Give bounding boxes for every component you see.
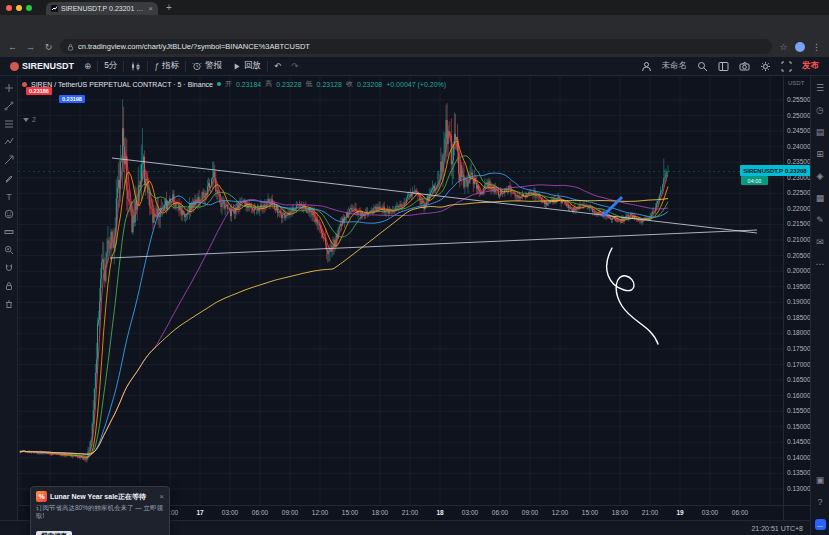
chat-icon[interactable]: ✉ [816,237,824,248]
time-tick: 03:00 [222,509,238,516]
help-icon[interactable]: ? [817,497,822,508]
browser-profile-avatar[interactable] [795,42,805,52]
chart-canvas[interactable] [18,76,783,505]
support-chat-icon[interactable]: … [815,519,826,530]
interval-button[interactable]: 5分 [99,59,122,74]
data-window-icon[interactable]: ⊞ [816,149,824,160]
tool-lock[interactable] [2,280,16,292]
chart-legend[interactable]: SIREN / TetherUS PERPETUAL CONTRACT · 5 … [22,79,446,89]
symbol-name: SIRENUSDT [22,61,74,71]
bookmark-star-icon[interactable]: ☆ [777,40,790,54]
new-tab-button[interactable]: + [166,2,172,13]
browser-tab[interactable]: SIRENUSDT.P 0.23201 ▲ +6… × [46,2,158,15]
tool-remove-drawings[interactable] [2,298,16,310]
tool-projection[interactable] [2,154,16,166]
search-icon [697,61,708,72]
object-tree-icon[interactable]: ▣ [816,475,825,486]
alarm-clock-icon [192,61,202,71]
tool-trend-line[interactable] [2,100,16,112]
order-price-tag[interactable]: 0.23186 [26,87,52,95]
tool-fib-retracement[interactable] [2,118,16,130]
address-bar[interactable]: cn.tradingview.com/chart/yJtBLUe/?symbol… [60,39,772,54]
axis-corner [783,505,810,520]
news-icon[interactable]: ▤ [816,127,825,138]
quick-search-button[interactable] [692,59,713,74]
indicators-button[interactable]: ƒ 指标 [149,59,184,74]
tool-text[interactable]: T [2,190,16,202]
chart-type-button[interactable] [125,59,146,74]
alerts-icon[interactable]: ◷ [816,105,824,116]
price-tick: 0.24500 [787,127,811,135]
calendar-icon[interactable]: ▦ [816,193,825,204]
watchlist-icon[interactable]: ☰ [816,83,824,94]
price-tick: 0.13500 [787,469,811,477]
symbol-logo [10,62,19,71]
high-value: 0.23228 [276,81,301,88]
snapshot-button[interactable] [734,59,755,74]
legend-symbol-logo [22,82,27,87]
close-value: 0.23208 [357,81,382,88]
time-tick: 06:00 [732,509,748,516]
chart-pane[interactable]: SIREN / TetherUS PERPETUAL CONTRACT · 5 … [18,76,783,505]
price-axis[interactable]: USDT 0.255000.250000.245000.240000.23500… [783,76,810,505]
order-price-tag[interactable]: 0.23198 [59,95,85,103]
hotlists-icon[interactable]: ◈ [817,171,824,182]
window-zoom-button[interactable] [26,5,32,11]
layout-name-button[interactable]: 未命名 [657,59,693,74]
promo-close-icon[interactable]: × [159,493,164,501]
tool-brush[interactable] [2,172,16,184]
symbol-search-button[interactable]: SIRENUSDT [5,59,79,74]
publish-button[interactable]: 发布 [797,59,824,74]
back-icon[interactable]: ← [6,40,19,54]
forward-icon[interactable]: → [24,40,37,54]
chart-settings-button[interactable] [755,59,776,74]
change-value: +0.00047 (+0.20%) [386,81,446,88]
collapsed-indicators-badge[interactable]: 2 [23,116,36,123]
window-close-button[interactable] [6,5,12,11]
browser-menu-icon[interactable]: ⋮ [810,40,823,54]
undo-button[interactable]: ↶ [269,59,286,74]
fullscreen-button[interactable] [776,59,797,74]
fx-icon: ƒ [154,61,159,71]
drawing-tools-rail: T [0,76,18,520]
time-tick: 21:00 [402,509,418,516]
layout-select-button[interactable] [713,59,734,74]
more-icon[interactable]: ⋯ [816,259,825,270]
high-label: 高 [265,79,272,89]
tv-toolbar-right: 未命名 发布 [636,59,825,74]
tool-emoji[interactable] [2,208,16,220]
tool-pattern[interactable] [2,136,16,148]
ideas-icon[interactable]: ✎ [816,215,824,226]
browser-toolbar: ← → ↻ cn.tradingview.com/chart/yJtBLUe/?… [0,15,829,57]
price-tick: 0.24000 [787,143,811,151]
time-tick: 06:00 [492,509,508,516]
tool-measure[interactable] [2,226,16,238]
redo-button[interactable]: ↷ [286,59,303,74]
tool-magnet[interactable] [2,262,16,274]
time-tick: 15:00 [342,509,358,516]
price-tick: 0.14000 [787,454,811,462]
tab-close-icon[interactable]: × [148,5,153,13]
alert-button[interactable]: 警报 [187,59,227,74]
user-menu-button[interactable] [636,59,657,74]
tool-crosshair[interactable] [2,82,16,94]
replay-label: 回放 [244,60,261,72]
sale-icon: % [36,491,47,502]
promo-body: 订阅节省高达80%的独家机会来了 — 立即领取! [36,504,164,521]
last-price-label: SIRENUSDT.P 0.23208 [740,165,810,176]
toolbar-separator [185,61,186,72]
price-tick: 0.14500 [787,438,811,446]
time-tick: 03:00 [462,509,478,516]
promo-cta-button[interactable]: 探索优惠 [36,531,72,535]
replay-icon [232,62,241,71]
replay-button[interactable]: 回放 [227,59,266,74]
price-tick: 0.22000 [787,205,811,213]
tool-zoom-in[interactable] [2,244,16,256]
price-tick: 0.21500 [787,220,811,228]
low-value: 0.23128 [317,81,342,88]
window-minimize-button[interactable] [16,5,22,11]
clock-utc[interactable]: 21:20:51 UTC+8 [751,525,803,532]
compare-symbol-button[interactable]: ⊕ [79,59,96,74]
reload-icon[interactable]: ↻ [42,40,55,54]
collapsed-count: 2 [32,116,36,123]
